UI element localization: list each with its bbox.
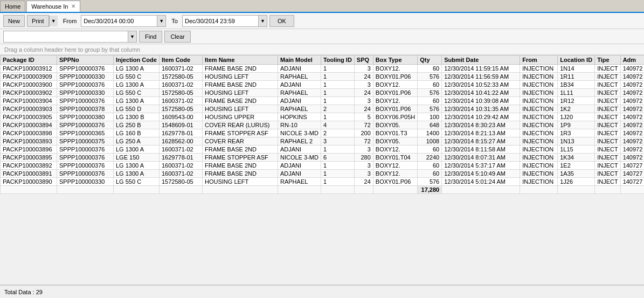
summary-cell-main_model: [278, 186, 321, 194]
cell-location_id: 1N14: [558, 65, 595, 73]
cell-from: INJECTION: [520, 65, 558, 73]
cell-box_type: BOXY01.T3: [373, 129, 417, 137]
cell-tooling_id: 2: [321, 129, 354, 137]
from-date-field[interactable]: ▼: [81, 15, 166, 27]
search-field[interactable]: ▼: [3, 31, 137, 43]
col-header-location_id[interactable]: Location ID: [558, 56, 595, 65]
cell-from: INJECTION: [520, 105, 558, 113]
cell-submit_date: 12/30/2014 8:07:31 AM: [442, 154, 520, 162]
cell-box_type: BOXY12.: [373, 145, 417, 154]
to-date-input[interactable]: [183, 16, 258, 26]
cell-injection_code: LG 1300 A: [114, 81, 160, 89]
table-row[interactable]: PACKP100003893SPPP100000375LG 250 A16285…: [1, 137, 645, 145]
tab-close-icon[interactable]: ✕: [71, 3, 75, 9]
ok-button[interactable]: OK: [269, 15, 294, 27]
cell-injection_code: LG 550 C: [114, 89, 160, 97]
cell-tipe: INJECT: [595, 113, 621, 121]
col-header-box_type[interactable]: Box Type: [373, 56, 417, 65]
col-header-main_model[interactable]: Main Model: [278, 56, 321, 65]
cell-from: INJECTION: [520, 89, 558, 97]
table-row[interactable]: PACKP100003912SPPP100000376LG 1300 A1600…: [1, 65, 645, 73]
table-row[interactable]: PACKP100003890SPPP100000330LG 550 C15725…: [1, 178, 645, 186]
cell-qty: 1400: [418, 129, 442, 137]
cell-spq: 3: [354, 170, 373, 178]
cell-tooling_id: 3: [321, 137, 354, 145]
search-dropdown-arrow[interactable]: ▼: [128, 31, 136, 42]
col-header-item_name[interactable]: Item Name: [203, 56, 278, 65]
col-header-item_code[interactable]: Item Code: [160, 56, 203, 65]
cell-spq: 24: [354, 105, 373, 113]
cell-tipe: INJECT: [595, 89, 621, 97]
print-button[interactable]: Print: [27, 15, 49, 27]
find-button[interactable]: Find: [139, 31, 162, 43]
new-button[interactable]: New: [3, 15, 25, 27]
col-header-adm[interactable]: Adm: [620, 56, 644, 65]
col-header-sppno[interactable]: SPPNo: [57, 56, 114, 65]
table-row[interactable]: PACKP100003892SPPP100000376LG 1300 A1600…: [1, 162, 645, 170]
table-row[interactable]: PACKP100003898SPPP100000365LG 160 B16297…: [1, 129, 645, 137]
table-row[interactable]: PACKP100003904SPPP100000376LG 1300 A1600…: [1, 97, 645, 105]
tab-home[interactable]: Home: [0, 1, 25, 12]
search-input[interactable]: [4, 31, 128, 42]
cell-main_model: ADJANI: [278, 170, 321, 178]
col-header-injection_code[interactable]: Injection Code: [114, 56, 160, 65]
tab-warehouse-in[interactable]: Warehouse In ✕: [26, 1, 80, 12]
cell-from: INJECTION: [520, 81, 558, 89]
cell-injection_code: LG 1300 A: [114, 65, 160, 73]
to-label: To: [171, 18, 178, 24]
cell-adm: 140972 : SINDY CL: [620, 81, 644, 89]
cell-from: INJECTION: [520, 129, 558, 137]
cell-from: INJECTION: [520, 137, 558, 145]
col-header-spq[interactable]: SPQ: [354, 56, 373, 65]
table-row[interactable]: PACKP100003894SPPP100000376LG 250 B15486…: [1, 121, 645, 129]
cell-item_name: FRAME BASE 2ND: [203, 97, 278, 105]
from-date-arrow[interactable]: ▼: [157, 16, 165, 26]
cell-item_name: FRAME BASE 2ND: [203, 145, 278, 154]
cell-adm: 140727 : DUWI NL: [620, 178, 644, 186]
to-date-field[interactable]: ▼: [182, 15, 267, 27]
cell-spq: 72: [354, 121, 373, 129]
cell-spq: 24: [354, 178, 373, 186]
table-row[interactable]: PACKP100003900SPPP100000376LG 1300 A1600…: [1, 81, 645, 89]
print-dropdown-arrow[interactable]: ▼: [49, 16, 58, 26]
cell-tooling_id: 1: [321, 81, 354, 89]
data-grid[interactable]: Package IDSPPNoInjection CodeItem CodeIt…: [0, 55, 644, 285]
table-row[interactable]: PACKP100003895SPPP100000376LGE 150162977…: [1, 154, 645, 162]
col-header-package_id[interactable]: Package ID: [1, 56, 57, 65]
summary-cell-tooling_id: [321, 186, 354, 194]
cell-submit_date: 12/30/2014 8:30:23 AM: [442, 121, 520, 129]
col-header-from[interactable]: From: [520, 56, 558, 65]
cell-adm: 140972 : SINDY CL: [620, 154, 644, 162]
cell-item_name: COVER REAR (LURUS): [203, 121, 278, 129]
table-row[interactable]: PACKP100003902SPPP100000330LG 550 C15725…: [1, 89, 645, 97]
cell-package_id: PACKP100003912: [1, 65, 57, 73]
cell-item_name: HOUSING LEFT: [203, 105, 278, 113]
table-row[interactable]: PACKP100003896SPPP100000376LG 1300 A1600…: [1, 145, 645, 154]
cell-submit_date: 12/30/2014 5:01:24 AM: [442, 178, 520, 186]
table-row[interactable]: PACKP100003903SPPP100000378LG 550 D15725…: [1, 105, 645, 113]
summary-cell-item_code: [160, 186, 203, 194]
from-date-input[interactable]: [81, 16, 157, 26]
table-row[interactable]: PACKP100003905SPPP100000380LG 1300 B1609…: [1, 113, 645, 121]
table-row[interactable]: PACKP100003891SPPP100000376LG 1300 A1600…: [1, 170, 645, 178]
cell-item_code: 1600371-02: [160, 170, 203, 178]
cell-from: INJECTION: [520, 178, 558, 186]
cell-sppno: SPPP100000376: [57, 121, 114, 129]
clear-button[interactable]: Clear: [164, 31, 190, 43]
cell-sppno: SPPP100000365: [57, 129, 114, 137]
cell-main_model: ADJANI: [278, 81, 321, 89]
cell-box_type: BOXY12.: [373, 97, 417, 105]
to-date-arrow[interactable]: ▼: [258, 16, 267, 26]
col-header-submit_date[interactable]: Submit Date: [442, 56, 520, 65]
table-row[interactable]: PACKP100003909SPPP100000330LG 550 C15725…: [1, 73, 645, 81]
summary-cell-package_id: [1, 186, 57, 194]
cell-spq: 3: [354, 97, 373, 105]
cell-location_id: 1A35: [558, 170, 595, 178]
col-header-tipe[interactable]: Tipe: [595, 56, 621, 65]
col-header-qty[interactable]: Qty: [418, 56, 442, 65]
cell-adm: 140972 : SINDY CL: [620, 145, 644, 154]
cell-submit_date: 12/30/2014 5:37:17 AM: [442, 162, 520, 170]
cell-adm: 140972 : SINDY CL: [620, 89, 644, 97]
col-header-tooling_id[interactable]: Tooling ID: [321, 56, 354, 65]
cell-tooling_id: 1: [321, 145, 354, 154]
